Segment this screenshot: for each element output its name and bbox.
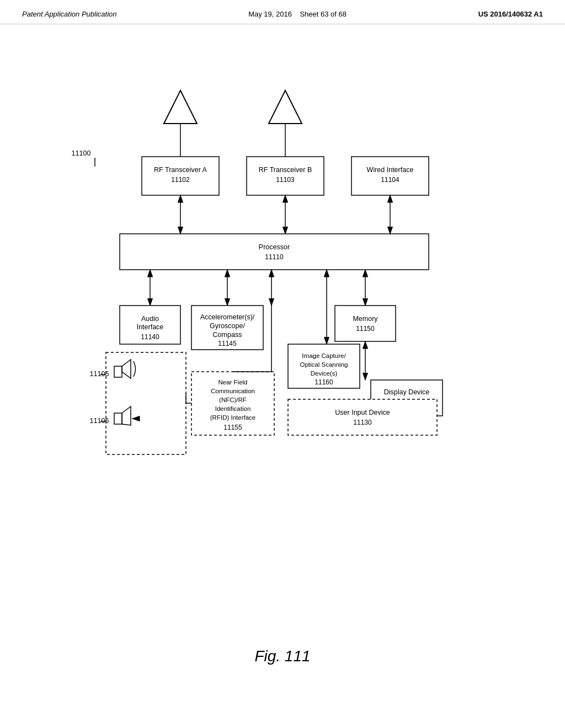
label-accel3: Compass [213, 331, 242, 339]
num-user-input: 11130 [353, 419, 372, 426]
caption-text: Fig. 111 [254, 647, 310, 665]
label-nfc4: Identification [215, 405, 251, 412]
num-imgcap: 11160 [315, 378, 333, 386]
label-accel2: Gyroscope/ [210, 322, 245, 330]
speaker-body-top [114, 366, 122, 377]
num-accel: 11145 [218, 340, 237, 347]
label-audio-interface2: Interface [137, 323, 164, 331]
label-nfc1: Near Field [218, 379, 247, 386]
speaker-wave-top [134, 361, 136, 377]
num-memory: 11150 [356, 325, 375, 333]
label-memory: Memory [353, 315, 378, 323]
label-imgcap3: Device(s) [311, 370, 338, 377]
label-user-input: User Input Device [335, 409, 390, 416]
label-11105: 11105 [90, 370, 109, 378]
num-wired-interface: 11104 [381, 176, 399, 184]
label-nfc2: Communication [211, 388, 255, 394]
num-rf-transceiver-a: 11102 [171, 176, 190, 184]
num-processor: 11110 [265, 253, 284, 261]
label-wired-interface: Wired Interface [367, 166, 414, 174]
num-audio-interface: 11140 [141, 333, 159, 341]
diagram-svg: 11100 RF Transceiver A 11102 RF Transcei… [34, 35, 531, 631]
mic-cone [122, 406, 131, 425]
page-header: Patent Application Publication May 19, 2… [0, 0, 565, 24]
label-11100: 11100 [72, 149, 91, 157]
outer-dashed-box [106, 352, 186, 454]
label-display: Display Device [384, 388, 430, 396]
label-11106: 11106 [90, 417, 109, 425]
antenna-right [269, 90, 302, 124]
mic-body [114, 413, 122, 424]
figure-caption: Fig. 111 [0, 647, 565, 682]
label-imgcap2: Optical Scanning [300, 361, 348, 368]
antenna-left [164, 90, 197, 124]
header-left: Patent Application Publication [22, 10, 117, 18]
speaker-cone-top [122, 360, 131, 378]
header-right: US 2016/140632 A1 [478, 10, 543, 18]
box-processor [120, 234, 429, 270]
header-center: May 19, 2016 Sheet 63 of 68 [248, 10, 347, 18]
num-rf-transceiver-b: 11103 [276, 176, 295, 184]
box-user-input [288, 399, 437, 435]
label-audio-interface: Audio [141, 315, 159, 323]
label-imgcap1: Image Capture/ [302, 352, 346, 359]
label-nfc3: (NFC)/RF [219, 397, 247, 403]
label-processor: Processor [259, 243, 290, 251]
diagram-area: 11100 RF Transceiver A 11102 RF Transcei… [0, 24, 565, 631]
label-rf-transceiver-b: RF Transceiver B [259, 166, 312, 174]
box-memory [335, 306, 396, 341]
num-nfc: 11155 [223, 424, 242, 431]
label-rf-transceiver-a: RF Transceiver A [154, 166, 207, 174]
label-nfc5: (RFID) Interface [210, 414, 255, 421]
label-accel1: Accelerometer(s)/ [200, 313, 255, 321]
